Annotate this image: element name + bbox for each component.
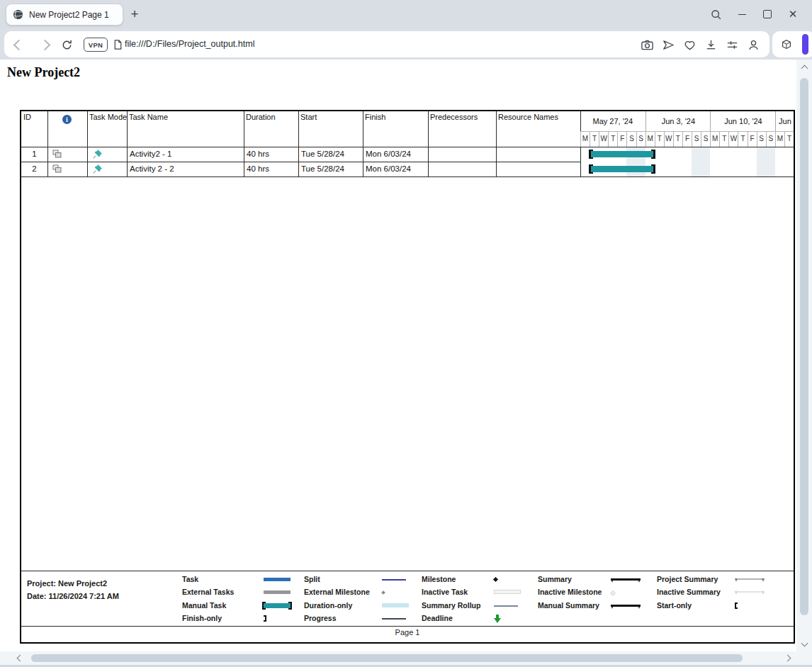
gantt-day-letter: W <box>599 131 608 147</box>
legend-item-label: Inactive Task <box>422 588 468 596</box>
task-resources-cell <box>496 162 580 176</box>
settings-sliders-icon[interactable] <box>723 36 740 53</box>
legend-item-label: Inactive Summary <box>657 588 721 596</box>
downloads-icon[interactable] <box>702 36 719 53</box>
page-title: New Project2 <box>7 65 80 80</box>
horizontal-scroll-thumb[interactable] <box>31 654 743 662</box>
new-tab-button[interactable]: + <box>126 4 143 24</box>
tab-strip: New Project2 Page 1 + ✕ <box>0 0 812 28</box>
legend-swatch-task <box>264 578 291 581</box>
forward-button[interactable] <box>36 36 53 53</box>
reload-button[interactable] <box>58 36 75 53</box>
legend-item-label: Duration-only <box>304 601 352 610</box>
vertical-scroll-thumb[interactable] <box>800 78 808 615</box>
legend-item-label: Manual Task <box>182 601 226 610</box>
gantt-day-letter: T <box>590 131 599 147</box>
gantt-day-letter: M <box>580 131 590 147</box>
legend-item-label: External Milestone <box>304 588 370 596</box>
gantt-day-letter: S <box>636 131 645 147</box>
col-header-finish: Finish <box>363 112 385 121</box>
legend-swatch-psummary <box>735 578 765 580</box>
scroll-left-icon[interactable] <box>17 655 24 662</box>
task-duration-cell: 40 hrs <box>244 147 298 162</box>
task-predecessors-cell <box>428 162 496 176</box>
legend-top-line <box>21 571 794 571</box>
legend-item-label: Split <box>304 575 320 583</box>
col-header-predecessors: Predecessors <box>428 112 478 121</box>
screenshot-camera-icon[interactable] <box>638 36 655 53</box>
page-viewport: New Project2 ID i Task Mode Task Name Du… <box>0 60 796 651</box>
legend-swatch-inactmile <box>610 590 616 596</box>
horizontal-scrollbar[interactable] <box>0 651 796 665</box>
share-send-icon[interactable] <box>660 36 677 53</box>
gantt-day-letter: F <box>682 131 692 147</box>
browser-tab[interactable]: New Project2 Page 1 <box>6 4 123 26</box>
scroll-up-icon[interactable] <box>801 65 808 72</box>
task-start-cell: Tue 5/28/24 <box>298 162 363 176</box>
bar-start-bracket <box>589 164 593 174</box>
task-id-cell: 2 <box>21 162 47 176</box>
legend-swatch-mile <box>493 577 498 582</box>
task-indicator-icon <box>52 150 62 159</box>
titlebar-search-icon[interactable] <box>707 6 724 23</box>
legend-swatch-deadline <box>494 615 501 623</box>
task-name-cell: Activity 2 - 2 <box>127 162 244 176</box>
task-indicator-icon <box>52 164 62 174</box>
legend-item-label: Manual Summary <box>538 601 599 610</box>
gantt-day-letter: S <box>701 131 710 147</box>
vertical-scrollbar[interactable] <box>796 60 812 651</box>
gantt-weekend-shading <box>692 147 701 176</box>
sidebar-accent-pill[interactable] <box>802 34 808 55</box>
scroll-right-icon[interactable] <box>784 655 791 662</box>
gantt-weekend-shading <box>701 147 710 176</box>
minimize-button[interactable] <box>733 6 750 23</box>
bar-start-bracket <box>589 150 593 159</box>
legend-swatch-inactive <box>494 590 521 594</box>
gantt-week-label: Jun 3, '24 <box>645 111 711 131</box>
col-header-id: ID <box>21 112 31 121</box>
legend-swatch-finish <box>264 615 266 622</box>
gantt-task-bar <box>590 166 654 172</box>
scroll-down-icon[interactable] <box>801 640 808 647</box>
gantt-day-letter: M <box>645 131 655 147</box>
task-predecessors-cell <box>428 147 496 162</box>
legend-swatch-start <box>735 602 738 609</box>
profile-icon[interactable] <box>745 36 762 53</box>
task-finish-cell: Mon 6/03/24 <box>363 162 428 176</box>
info-column-icon: i <box>62 115 72 124</box>
legend-item-label: Finish-only <box>182 614 222 622</box>
manually-scheduled-pin-icon <box>92 164 103 174</box>
tab-title: New Project2 Page 1 <box>29 10 109 20</box>
gantt-week-label: May 27, '24 <box>580 111 645 131</box>
gantt-day-letter: T <box>784 131 794 147</box>
gantt-week-label: Jun 10, '24 <box>710 111 776 131</box>
extension-cube-icon[interactable] <box>778 36 795 53</box>
gantt-day-letter: S <box>766 131 775 147</box>
col-header-task-mode: Task Mode <box>87 112 127 121</box>
bar-finish-bracket <box>651 164 655 174</box>
legend-item-label: Start-only <box>657 601 692 610</box>
gantt-weekend-shading <box>766 147 775 176</box>
gantt-weekend-shading <box>757 147 766 176</box>
legend-swatch-isummary <box>735 591 765 593</box>
col-header-resource-names: Resource Names <box>496 112 558 121</box>
back-button[interactable] <box>10 36 27 53</box>
legend-swatch-msummary <box>611 605 641 607</box>
maximize-button[interactable] <box>759 6 776 23</box>
address-bar[interactable]: file:///D:/Files/Project_output.html <box>125 31 254 57</box>
favorites-heart-icon[interactable] <box>681 36 698 53</box>
gantt-day-letter: S <box>757 131 766 147</box>
task-id-cell: 1 <box>21 147 47 162</box>
gantt-day-letter: T <box>608 131 617 147</box>
page-file-icon[interactable] <box>109 36 126 53</box>
table-bottom-line <box>21 176 794 177</box>
gantt-day-letter: M <box>710 131 719 147</box>
legend-item-label: Milestone <box>422 575 456 583</box>
vpn-badge[interactable]: VPN <box>84 38 108 52</box>
legend-swatch-summary <box>611 578 641 581</box>
legend-project-line: Project: New Project2 <box>27 579 107 588</box>
gantt-report-page: ID i Task Mode Task Name Duration Start … <box>20 110 795 644</box>
col-header-start: Start <box>298 112 317 121</box>
bar-finish-bracket <box>651 150 655 159</box>
close-button[interactable]: ✕ <box>784 6 801 23</box>
